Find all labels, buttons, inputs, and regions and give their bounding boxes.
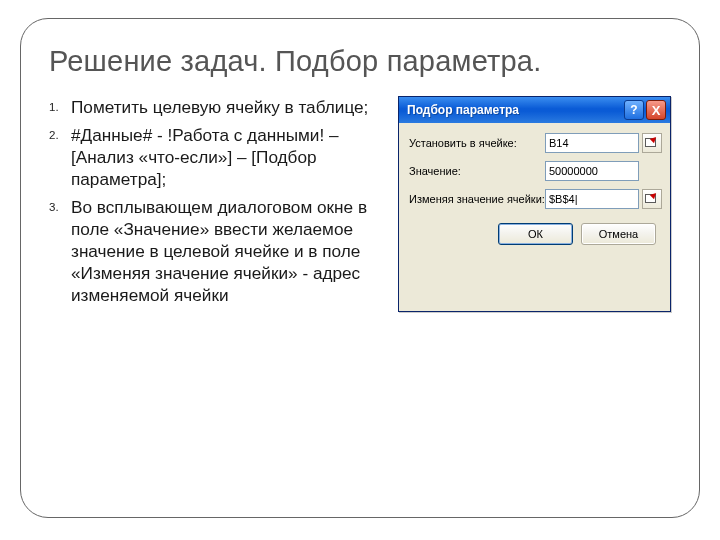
list-item: Во всплывающем диалоговом окне в поле «З… [49, 196, 386, 306]
dialog-body: Установить в ячейке: Значение: [399, 123, 670, 259]
to-value-input[interactable] [545, 161, 639, 181]
list-item: #Данные# - !Работа с данными! – [Анализ … [49, 124, 386, 190]
help-button[interactable]: ? [624, 100, 644, 120]
range-picker-button[interactable] [642, 133, 662, 153]
instructions-column: Пометить целевую ячейку в таблице; #Данн… [49, 96, 386, 312]
range-picker-icon [645, 136, 659, 150]
changing-cell-label: Изменяя значение ячейки: [409, 193, 545, 205]
range-picker-icon [645, 192, 659, 206]
list-item: Пометить целевую ячейку в таблице; [49, 96, 386, 118]
slide-frame: Решение задач. Подбор параметра. Пометит… [20, 18, 700, 518]
slide-title: Решение задач. Подбор параметра. [49, 45, 671, 78]
dialog-title: Подбор параметра [407, 103, 622, 117]
dialog-titlebar[interactable]: Подбор параметра ? X [399, 97, 670, 123]
steps-list: Пометить целевую ячейку в таблице; #Данн… [49, 96, 386, 306]
ok-button[interactable]: ОК [498, 223, 573, 245]
dialog-button-row: ОК Отмена [409, 217, 662, 249]
changing-cell-input[interactable] [545, 189, 639, 209]
help-icon: ? [630, 103, 637, 117]
set-cell-row: Установить в ячейке: [409, 133, 662, 153]
close-button[interactable]: X [646, 100, 666, 120]
set-cell-input[interactable] [545, 133, 639, 153]
to-value-row: Значение: [409, 161, 662, 181]
range-picker-button-2[interactable] [642, 189, 662, 209]
set-cell-label: Установить в ячейке: [409, 137, 545, 149]
close-icon: X [652, 103, 661, 118]
goal-seek-dialog: Подбор параметра ? X Установить в ячейке… [398, 96, 671, 312]
cancel-button[interactable]: Отмена [581, 223, 656, 245]
content-row: Пометить целевую ячейку в таблице; #Данн… [49, 96, 671, 312]
changing-cell-row: Изменяя значение ячейки: [409, 189, 662, 209]
to-value-label: Значение: [409, 165, 545, 177]
